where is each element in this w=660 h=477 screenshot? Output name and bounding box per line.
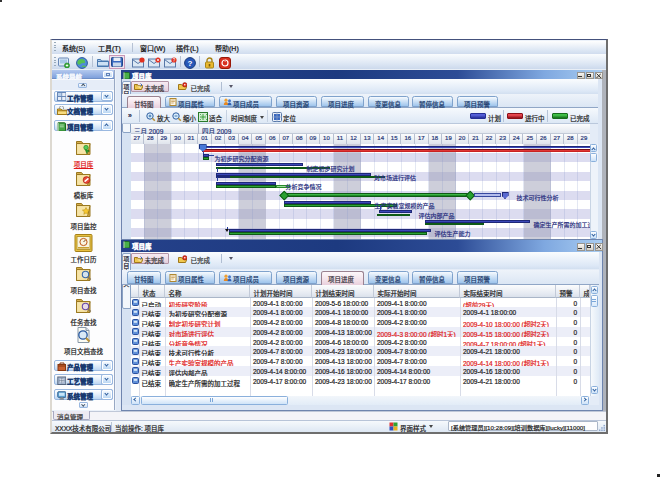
svg-text:?: ?	[188, 58, 193, 67]
